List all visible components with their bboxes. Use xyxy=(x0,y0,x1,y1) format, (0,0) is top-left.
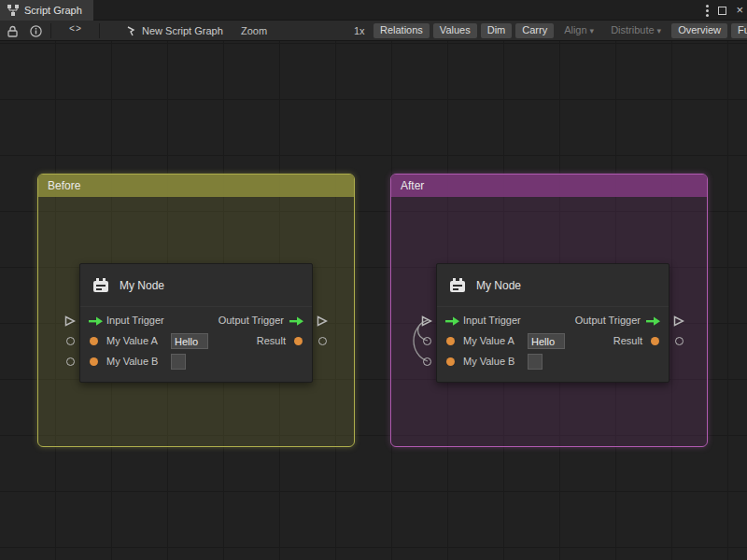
relations-button[interactable]: Relations xyxy=(374,23,430,38)
value-b-label: My Value B xyxy=(463,356,514,367)
result-outer-port[interactable] xyxy=(675,337,684,345)
output-trigger-outer-port[interactable] xyxy=(317,315,328,327)
carry-button[interactable]: Carry xyxy=(515,23,554,38)
input-trigger-icon[interactable] xyxy=(445,316,459,326)
node-header[interactable]: My Node xyxy=(80,264,312,307)
output-trigger-outer-port[interactable] xyxy=(673,315,684,327)
toolbar-divider xyxy=(50,23,51,38)
input-trigger-icon[interactable] xyxy=(89,316,103,326)
value-b-label: My Value B xyxy=(106,356,158,367)
trigger-row: Input Trigger Output Trigger xyxy=(437,311,669,331)
value-a-label: My Value A xyxy=(463,335,514,346)
value-b-outer-port[interactable] xyxy=(66,357,75,366)
result-outer-port[interactable] xyxy=(318,337,327,345)
dim-button[interactable]: Dim xyxy=(481,23,513,38)
tab-title: Script Graph xyxy=(24,5,82,16)
overview-button[interactable]: Overview xyxy=(671,23,727,38)
value-a-input[interactable] xyxy=(528,333,565,349)
value-b-input[interactable] xyxy=(528,354,543,370)
unit-icon xyxy=(92,276,110,295)
node-my-node-after[interactable]: My Node Input Trigger Output Trigger My … xyxy=(436,263,669,383)
close-icon[interactable]: × xyxy=(736,0,743,21)
value-b-port-icon[interactable] xyxy=(90,357,98,366)
result-port-icon[interactable] xyxy=(294,337,303,345)
group-before-header[interactable]: Before xyxy=(38,175,354,197)
value-a-outer-port[interactable] xyxy=(66,337,75,345)
value-b-outer-port[interactable] xyxy=(423,357,431,366)
node-my-node-before[interactable]: My Node Input Trigger Output Trigger My … xyxy=(79,263,313,383)
value-a-port-icon[interactable] xyxy=(90,337,98,345)
input-trigger-label: Input Trigger xyxy=(106,315,164,326)
group-title: Before xyxy=(48,179,80,192)
input-trigger-outer-port[interactable] xyxy=(421,315,432,327)
info-icon[interactable] xyxy=(30,25,42,37)
input-trigger-outer-port[interactable] xyxy=(64,315,76,327)
value-a-row: My Value A Result xyxy=(80,331,312,352)
distribute-button[interactable]: Distribute▾ xyxy=(604,23,668,38)
values-button[interactable]: Values xyxy=(433,23,477,38)
tab-script-graph[interactable]: Script Graph xyxy=(0,0,93,21)
tab-bar: Script Graph × xyxy=(0,0,747,21)
input-trigger-label: Input Trigger xyxy=(463,315,521,326)
code-view-icon[interactable]: <> xyxy=(62,24,90,35)
node-header[interactable]: My Node xyxy=(437,264,669,307)
maximize-icon[interactable] xyxy=(718,7,726,15)
fullscreen-button[interactable]: Full Scr xyxy=(731,23,747,38)
node-title: My Node xyxy=(476,279,521,292)
output-trigger-icon[interactable] xyxy=(646,316,660,326)
lock-icon[interactable] xyxy=(7,25,18,37)
value-b-input[interactable] xyxy=(171,354,186,370)
chevron-down-icon: ▾ xyxy=(590,26,595,35)
value-b-port-icon[interactable] xyxy=(446,357,455,366)
trigger-row: Input Trigger Output Trigger xyxy=(80,311,312,331)
output-trigger-label: Output Trigger xyxy=(575,315,641,326)
menu-kebab-icon[interactable] xyxy=(706,9,709,12)
align-button[interactable]: Align▾ xyxy=(557,23,600,38)
value-a-outer-port[interactable] xyxy=(423,337,431,345)
graph-toolbar: <> New Script Graph Zoom 1x Relations Va… xyxy=(0,21,747,41)
result-port-icon[interactable] xyxy=(651,337,659,345)
graph-name-label[interactable]: New Script Graph xyxy=(142,25,223,36)
value-b-row: My Value B xyxy=(80,352,312,372)
unit-icon xyxy=(448,276,467,295)
zoom-value: 1x xyxy=(354,25,365,36)
graph-asset-icon xyxy=(127,26,137,36)
result-label: Result xyxy=(257,335,286,346)
output-trigger-icon[interactable] xyxy=(289,316,303,326)
value-a-input[interactable] xyxy=(171,333,208,349)
result-label: Result xyxy=(613,335,642,346)
zoom-label: Zoom xyxy=(241,25,267,36)
toolbar-divider xyxy=(99,23,100,38)
value-b-row: My Value B xyxy=(437,352,669,372)
node-title: My Node xyxy=(120,279,164,292)
value-a-port-icon[interactable] xyxy=(446,337,455,345)
chevron-down-icon: ▾ xyxy=(657,26,662,35)
script-graph-tab-icon xyxy=(7,5,19,16)
value-a-label: My Value A xyxy=(106,335,158,346)
toolbar-buttons: Relations Values Dim Carry Align▾ Distri… xyxy=(374,23,747,38)
group-title: After xyxy=(401,179,424,192)
output-trigger-label: Output Trigger xyxy=(218,315,284,326)
group-after-header[interactable]: After xyxy=(391,175,707,197)
value-a-row: My Value A Result xyxy=(437,331,669,352)
